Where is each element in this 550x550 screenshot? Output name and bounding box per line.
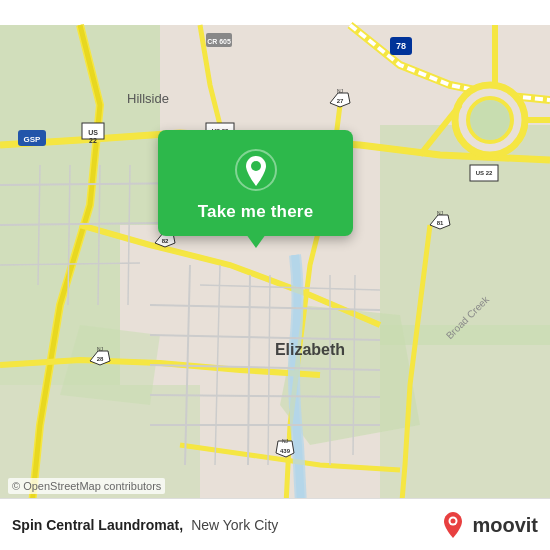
svg-text:82: 82 (162, 238, 169, 244)
svg-text:28: 28 (97, 356, 104, 362)
location-city: New York City (191, 517, 278, 533)
svg-rect-1 (0, 25, 160, 225)
svg-text:439: 439 (280, 448, 291, 454)
take-me-there-card[interactable]: Take me there (158, 130, 353, 236)
svg-point-66 (451, 519, 456, 524)
svg-text:US: US (88, 129, 98, 136)
svg-text:NJ: NJ (282, 438, 289, 444)
svg-text:81: 81 (437, 220, 444, 226)
svg-text:CR 605: CR 605 (207, 38, 231, 45)
svg-text:NJ: NJ (337, 88, 344, 94)
take-me-there-button[interactable]: Take me there (198, 202, 314, 222)
svg-text:NJ: NJ (97, 346, 104, 352)
location-name: Spin Central Laundromat, (12, 517, 183, 533)
map-container: GSP US 22 US 22 27 NJ 82 NJ 81 NJ 28 NJ … (0, 0, 550, 550)
copyright-text: © OpenStreetMap contributors (8, 478, 165, 494)
svg-point-64 (251, 161, 261, 171)
map-background: GSP US 22 US 22 27 NJ 82 NJ 81 NJ 28 NJ … (0, 0, 550, 550)
location-pin-icon (234, 148, 278, 192)
location-info: Spin Central Laundromat, New York City (12, 517, 278, 533)
moovit-logo: moovit (438, 510, 538, 540)
bottom-bar: Spin Central Laundromat, New York City m… (0, 498, 550, 550)
svg-text:Elizabeth: Elizabeth (275, 341, 345, 358)
moovit-icon (438, 510, 468, 540)
svg-text:US 22: US 22 (476, 170, 493, 176)
svg-text:NJ: NJ (437, 210, 444, 216)
svg-text:22: 22 (89, 137, 97, 144)
svg-text:Hillside: Hillside (127, 91, 169, 106)
svg-text:27: 27 (337, 98, 344, 104)
svg-point-28 (468, 98, 512, 142)
moovit-text: moovit (472, 514, 538, 537)
svg-text:78: 78 (396, 41, 406, 51)
svg-text:GSP: GSP (24, 135, 42, 144)
